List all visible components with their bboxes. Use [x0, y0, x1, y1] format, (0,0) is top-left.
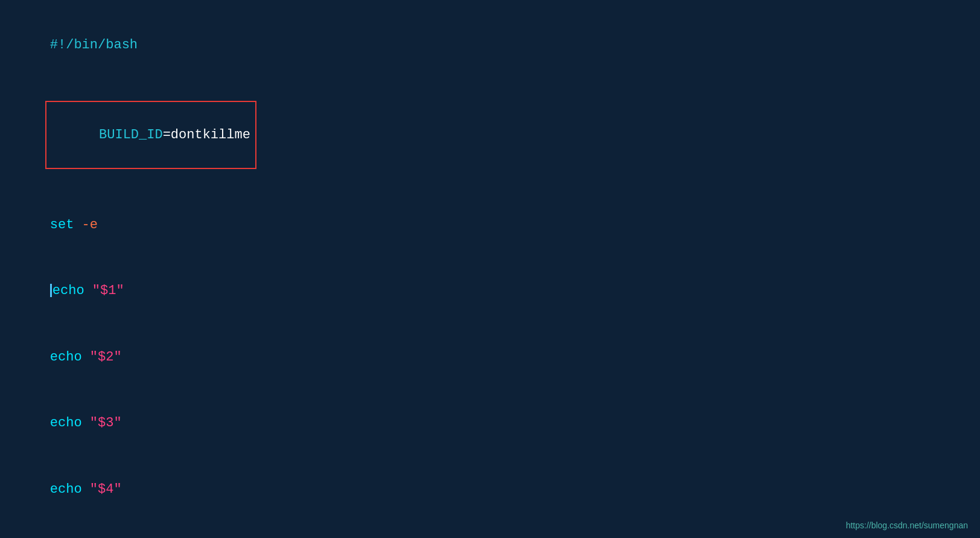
echo1-arg: "$1"	[92, 283, 124, 298]
set-cmd: set	[50, 217, 74, 232]
echo4-cmd: echo	[50, 482, 82, 497]
code-editor: #!/bin/bash BUILD_ID=dontkillme set -e e…	[18, 12, 962, 538]
line-echo3: echo "$3"	[18, 390, 962, 456]
echo4-arg: "$4"	[90, 482, 122, 497]
shebang-text: #!/bin/bash	[50, 37, 138, 53]
line-tomcatname: tomcatName=""	[18, 522, 962, 538]
echo3-arg: "$3"	[90, 415, 122, 431]
line-echo2: echo "$2"	[18, 324, 962, 391]
line-echo4: echo "$4"	[18, 456, 962, 523]
echo2-cmd: echo	[50, 350, 82, 365]
footer-url: https://blog.csdn.net/sumengnan	[846, 519, 968, 532]
echo2-arg: "$2"	[90, 350, 122, 365]
line-set: set -e	[18, 192, 962, 258]
echo1-cmd: echo	[52, 283, 84, 298]
line-build-id: BUILD_ID=dontkillme	[18, 78, 962, 192]
build-id-highlight: BUILD_ID=dontkillme	[45, 101, 256, 170]
echo3-cmd: echo	[50, 415, 82, 431]
cursor	[50, 284, 52, 297]
set-flag: -e	[74, 217, 98, 232]
build-id-var: BUILD_ID	[99, 127, 163, 143]
line-echo1: echo "$1"	[18, 258, 962, 324]
line-shebang: #!/bin/bash	[18, 12, 962, 78]
build-id-val: dontkillme	[171, 127, 250, 143]
build-id-eq: =	[163, 127, 171, 143]
